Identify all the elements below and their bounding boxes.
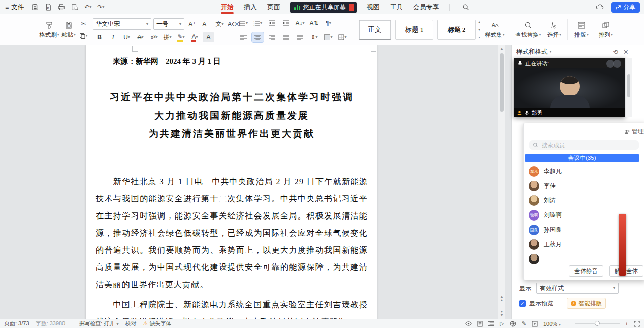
- smart-layout-button[interactable]: ⚡ 智能排版: [567, 298, 606, 309]
- spellcheck-status[interactable]: 拼写检查: 打开 ▾: [79, 320, 118, 327]
- titlebar-right: 分享: [594, 0, 640, 14]
- fullscreen-icon[interactable]: [634, 321, 640, 327]
- pane-close-icon[interactable]: ✕: [623, 48, 628, 56]
- style-heading1[interactable]: 标题 1: [395, 20, 433, 40]
- page-view-icon[interactable]: [477, 321, 483, 327]
- file-menu-button[interactable]: ≡ 文件: [0, 3, 29, 12]
- member-search-icon: [533, 142, 538, 148]
- gallery-more-icon[interactable]: ⌄: [478, 34, 481, 39]
- title-line-3: 为共建清洁美丽世界作出更大贡献: [96, 125, 368, 143]
- tab-home[interactable]: 开始: [221, 0, 234, 14]
- redo-icon[interactable]: ↷▾: [95, 2, 106, 12]
- zoom-slider[interactable]: [575, 323, 620, 324]
- meeting-video-window[interactable]: 正在讲话: 郑勇: [514, 58, 625, 117]
- style-heading2[interactable]: 标题 2: [437, 20, 476, 40]
- tab-tools[interactable]: 工具: [390, 0, 403, 14]
- slideshow-icon[interactable]: ▷: [500, 320, 504, 327]
- scroll-up-icon[interactable]: ▲: [498, 47, 505, 50]
- red-banner-decoration: [619, 214, 626, 276]
- member-row[interactable]: 超凡 李超凡: [524, 164, 644, 179]
- gallery-down-icon[interactable]: ▾: [478, 27, 480, 32]
- member-row[interactable]: 刘涛: [524, 193, 644, 208]
- arrange-icon: [602, 21, 610, 29]
- speaker-face: [560, 76, 580, 96]
- scrollbar-thumb[interactable]: [500, 53, 504, 112]
- pane-scrollbar-thumb[interactable]: [627, 74, 630, 97]
- missing-font-warning[interactable]: ⚠ 缺失字体: [143, 320, 171, 327]
- member-name: 孙国良: [544, 226, 562, 234]
- print-preview-icon[interactable]: [69, 2, 80, 12]
- member-row[interactable]: 李佳: [524, 179, 644, 193]
- page-indicator[interactable]: 页面: 3/73: [4, 320, 29, 327]
- tab-divider: [449, 4, 450, 11]
- proofread-button[interactable]: 校对: [125, 320, 136, 327]
- in-meeting-count-bar[interactable]: 会议中(35): [525, 154, 639, 162]
- zoom-in-icon[interactable]: +: [625, 321, 628, 327]
- member-avatar: [529, 254, 539, 264]
- tab-page[interactable]: 页面: [267, 0, 280, 14]
- member-name: 刘涛: [544, 196, 556, 205]
- pane-collapse-icon[interactable]: —: [634, 48, 640, 56]
- document-scrollbar[interactable]: ▲ ▲▲ ▼▼: [498, 45, 505, 319]
- member-search-input[interactable]: [541, 142, 623, 149]
- style-set-button[interactable]: A 样式集▾: [485, 16, 505, 44]
- svg-text:P: P: [47, 6, 49, 10]
- cursor-icon: [550, 21, 558, 29]
- word-count[interactable]: 字数: 33980: [36, 320, 66, 327]
- print-icon[interactable]: [56, 2, 67, 12]
- pane-scrollbar[interactable]: [625, 58, 632, 117]
- zoom-level[interactable]: 100% ▾: [543, 321, 561, 327]
- margin-crop-mark-left: [132, 46, 138, 52]
- screen-share-badge[interactable]: 您正在共享屏幕: [290, 2, 357, 13]
- pane-pin-icon[interactable]: ⟲: [613, 48, 618, 56]
- presenter-icon: [517, 110, 522, 116]
- stop-share-button[interactable]: [349, 4, 354, 11]
- export-pdf-icon[interactable]: P: [43, 2, 54, 12]
- mute-all-button[interactable]: 全体静音: [569, 265, 603, 277]
- meeting-video-header: 正在讲话:: [514, 58, 625, 68]
- assist-eye-icon[interactable]: [465, 321, 472, 326]
- style-gallery-arrows[interactable]: ▴▾⌄: [476, 20, 483, 39]
- zoom-out-icon[interactable]: −: [566, 321, 569, 327]
- people-icon: [624, 129, 630, 135]
- previous-page-icon[interactable]: ▲▲: [498, 295, 505, 302]
- pane-title-caret-icon[interactable]: ▾: [550, 50, 552, 54]
- display-style-dropdown[interactable]: 有效样式▾: [536, 283, 619, 294]
- microphone-icon: [517, 60, 523, 66]
- wps-writer-window: ≡ 文件 P ↶▾ ↷▾ 开始 插入 页面 您正在共享屏幕 视图 工具 会员专享: [0, 0, 644, 328]
- tab-insert[interactable]: 插入: [244, 0, 257, 14]
- gallery-up-icon[interactable]: ▴: [478, 20, 480, 24]
- member-search-box[interactable]: [529, 140, 639, 150]
- document-page[interactable]: 来源：新华网 2024 年 3 月 1 日 习近平在中共中央政治局第十二次集体学…: [86, 45, 377, 319]
- ink-pen-icon[interactable]: ✎: [522, 320, 526, 327]
- smart-layout-icon: ⚡: [571, 301, 576, 306]
- tab-view[interactable]: 视图: [367, 0, 380, 14]
- display-label: 显示: [519, 284, 531, 293]
- task-pane-header: 样式和格式 ▾ ⟲ ✕ —: [512, 45, 644, 59]
- title-line-1: 习近平在中共中央政治局第十二次集体学习时强调: [96, 88, 368, 106]
- cloud-sync-icon[interactable]: [594, 2, 605, 12]
- save-icon[interactable]: [30, 2, 41, 12]
- show-preview-checkbox[interactable]: ✓: [519, 300, 526, 307]
- select-button[interactable]: 选择▾: [544, 16, 564, 44]
- member-name: 李超凡: [544, 167, 562, 176]
- web-layout-icon[interactable]: [510, 321, 516, 327]
- tab-member[interactable]: 会员专享: [413, 0, 439, 14]
- arrange-button[interactable]: 排列▾: [595, 16, 617, 44]
- task-pane-title: 样式和格式: [516, 48, 548, 57]
- layout-button[interactable]: 排版▾: [570, 16, 593, 44]
- find-replace-button[interactable]: 查找替换▾: [515, 16, 541, 44]
- signal-bars-icon: [294, 4, 300, 10]
- next-page-icon[interactable]: ▼▼: [498, 310, 505, 317]
- page-content: 来源：新华网 2024 年 3 月 1 日 习近平在中共中央政治局第十二次集体学…: [86, 45, 377, 319]
- share-button[interactable]: 分享: [611, 2, 640, 13]
- zoom-slider-handle[interactable]: [595, 321, 600, 326]
- manage-members-button[interactable]: 管理: [624, 127, 644, 136]
- style-normal[interactable]: 正文: [359, 20, 391, 40]
- undo-icon[interactable]: ↶▾: [82, 2, 93, 12]
- ribbon: 格式刷▾ 粘贴▾ ✂ ▾ 华文中宋▾ 一号▾ A⁺ A⁻ 文▾ A⌫ B: [0, 14, 644, 46]
- unmute-all-button[interactable]: 解除全体: [609, 265, 643, 277]
- fit-page-icon[interactable]: [532, 321, 538, 327]
- outline-view-icon[interactable]: [488, 321, 494, 326]
- search-icon[interactable]: [460, 2, 471, 12]
